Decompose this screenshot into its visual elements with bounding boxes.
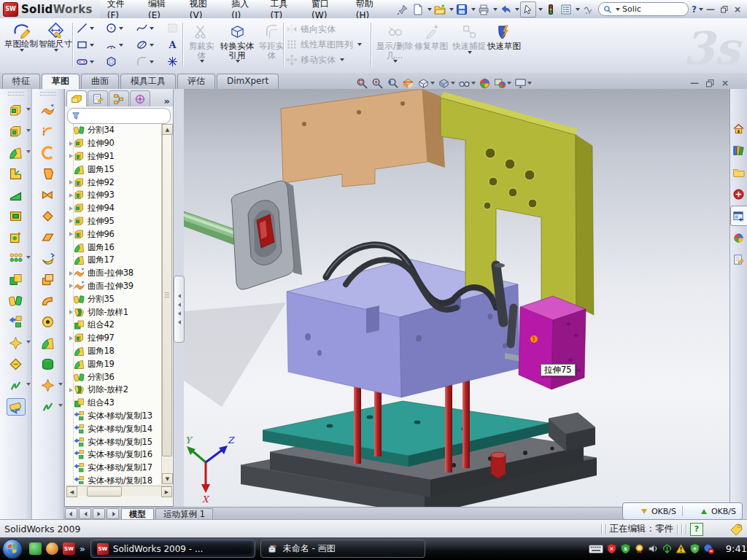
swept-surface-button[interactable] [39,144,57,160]
tab-DimXpert[interactable]: DimXpert [217,74,279,89]
dropdown-caret-icon[interactable] [26,383,31,386]
dropdown-caret-icon[interactable] [90,44,94,47]
tree-filter-input[interactable] [67,108,171,124]
options-icon[interactable] [559,2,573,17]
dropdown-caret-icon[interactable] [340,58,344,61]
dropdown-caret-icon[interactable] [515,8,519,11]
doc-minimize-button[interactable]: — [690,78,699,88]
intersect-surface-button[interactable] [39,377,57,393]
graphics-viewport[interactable]: Y Z X 拉伸75 [184,89,729,507]
polygon-tool[interactable] [105,53,136,70]
button-修复草图[interactable]: 修复草图 [414,24,448,51]
filled-surface-button[interactable] [39,208,57,224]
hide-show-items-button[interactable] [458,77,476,90]
search-caret-icon[interactable] [616,8,620,11]
messenger-busy-tray-icon[interactable] [703,543,714,554]
minimize-button[interactable]: — [706,5,715,14]
dropdown-caret-icon[interactable] [427,8,432,11]
tree-horizontal-scrollbar[interactable]: ◀ ▶ [66,486,172,496]
tab-草图[interactable]: 草图 [42,74,80,89]
freeform-button[interactable] [7,377,25,393]
tree-item-拉伸94[interactable]: 拉伸94 [66,202,163,215]
rebuild-icon[interactable] [543,2,558,17]
dropdown-caret-icon[interactable] [449,8,454,11]
first-tab-button[interactable] [65,508,77,519]
tree-item-拉伸95[interactable]: 拉伸95 [66,215,163,228]
expand-arrow-icon[interactable] [68,232,74,236]
lofted-boss-button[interactable] [7,187,25,203]
button-移动实体[interactable]: 移动实体 [286,53,362,66]
shell-button[interactable] [7,208,25,224]
button-快速捕捉[interactable]: 快速捕捉 [452,24,486,54]
revolved-surface-button[interactable] [39,123,57,139]
restore-button[interactable] [721,6,728,13]
swept-boss-button[interactable] [7,166,25,182]
dropdown-caret-icon[interactable] [26,341,31,343]
dropdown-caret-icon[interactable] [471,82,476,85]
search-input[interactable]: Solic [598,2,689,16]
linear-pattern-button[interactable] [7,250,25,266]
horizontal-scroll-thumb[interactable] [87,486,122,497]
dropdown-caret-icon[interactable] [20,49,24,52]
point-tool[interactable] [166,53,187,70]
sketch-fillet-tool[interactable] [136,53,166,70]
button-草图绘制[interactable]: 草图绘制 [4,20,38,69]
tab-模具工具[interactable]: 模具工具 [120,74,176,89]
tree-item-分割35[interactable]: 分割35 [66,292,163,306]
slot-tool[interactable] [76,53,105,70]
previous-view-button[interactable] [387,77,399,90]
volume-tray-icon[interactable] [648,543,659,554]
menu-item-工具(T)[interactable]: 工具(T) [263,0,304,20]
tree-item-拉伸90[interactable]: 拉伸90 [66,137,163,150]
dropdown-caret-icon[interactable] [471,8,476,11]
fm-tab-featuremanager[interactable] [66,90,87,106]
extruded-boss-button[interactable] [7,102,25,118]
tree-item-实体-移动/复制18[interactable]: 实体-移动/复制18 [66,475,163,484]
scroll-right-button[interactable]: ▶ [161,486,172,497]
surface-fillet-button[interactable] [39,335,57,351]
toolbar-grip[interactable] [40,92,56,96]
save-icon[interactable] [454,2,469,17]
menu-item-帮助(H)[interactable]: 帮助(H) [349,0,391,20]
fm-tab-configurationmanager[interactable] [109,90,129,106]
section-view-button[interactable] [402,77,414,90]
close-button[interactable]: × [734,5,741,14]
keyboard-tray-icon[interactable] [589,545,603,553]
tree-item-分割36[interactable]: 分割36 [66,370,163,384]
tree-item-拉伸97[interactable]: 拉伸97 [66,332,163,345]
dropdown-caret-icon[interactable] [90,61,94,63]
dropdown-caret-icon[interactable] [26,129,31,132]
extend-surface-button[interactable] [39,250,57,266]
taskbar-button-solidworks[interactable]: SW SolidWorks 2009 - ... [90,540,255,558]
part-clamp-block-gray[interactable] [229,181,302,289]
undo-icon[interactable] [498,2,513,17]
dropdown-caret-icon[interactable] [119,44,123,47]
vertical-scroll-thumb[interactable] [162,134,172,456]
panel-splitter-handle[interactable] [174,276,185,343]
menu-item-插入(I)[interactable]: 插入(I) [224,0,263,20]
dropdown-caret-icon[interactable] [200,60,204,63]
dropdown-caret-icon[interactable] [236,60,240,63]
scroll-left-button[interactable]: ◀ [66,486,77,497]
text-tool[interactable]: A [166,36,187,53]
expand-arrow-icon[interactable] [68,206,74,211]
toolbar-grip[interactable] [8,92,24,96]
move-copy-body-button[interactable] [7,314,25,330]
zoom-to-area-button[interactable] [371,77,384,90]
fm-tab-dimxpertmanager[interactable] [130,90,150,106]
expand-arrow-icon[interactable] [68,310,74,314]
doc-close-button[interactable]: × [721,78,729,88]
help-caret-icon[interactable] [699,8,703,11]
boundary-surface-button[interactable] [39,187,57,203]
knit-surface-button[interactable] [39,356,57,372]
view-palette-button[interactable] [730,206,747,226]
lofted-surface-button[interactable] [39,166,57,182]
dropdown-caret-icon[interactable] [150,27,154,30]
scroll-up-button[interactable]: ▲ [162,124,173,135]
view-settings-button[interactable] [514,77,532,90]
expand-arrow-icon[interactable] [68,271,74,276]
tree-item-圆角15[interactable]: 圆角15 [66,163,163,176]
expand-arrow-icon[interactable] [68,193,74,198]
ruled-surface-button[interactable] [39,292,57,308]
zoom-to-fit-button[interactable] [356,77,368,90]
